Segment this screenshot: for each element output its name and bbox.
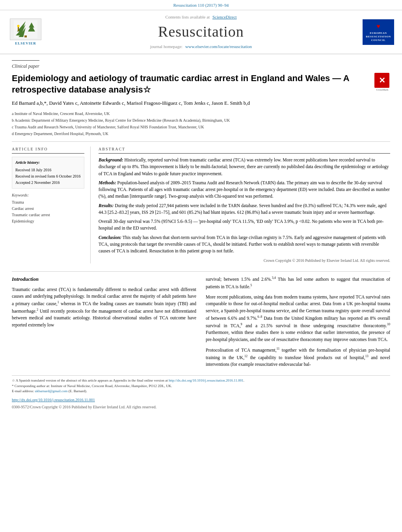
erc-logo-box: ♥ EUROPEANRESUSCITATIONCOUNCIL <box>363 19 394 45</box>
history-title: Article history: <box>15 159 81 166</box>
journal-citation: Resuscitation 110 (2017) 90–94 <box>173 3 229 7</box>
keywords-label: Keywords: <box>12 193 84 198</box>
paper-type: Clinical paper <box>12 60 39 70</box>
email-link[interactable]: ukbarnard@gmail.com <box>35 389 67 393</box>
abstract-results-label: Results: <box>99 203 114 208</box>
abstract-text: Background: Historically, reported survi… <box>99 157 390 263</box>
body-two-col: Introduction Traumatic cardiac arrest (T… <box>12 276 390 371</box>
copyright-bottom: 0300-9572/Crown Copyright © 2016 Publish… <box>12 404 390 410</box>
elsevier-logo: ELSEVIER <box>8 19 43 46</box>
body-right-col: survival; between 1.5% and 2.6%.3,4 This… <box>206 276 390 371</box>
doi-line: http://dx.doi.org/10.1016/j.resuscitatio… <box>12 397 390 403</box>
homepage-link[interactable]: www.elsevier.com/locate/resuscitation <box>185 44 252 49</box>
journal-homepage: journal homepage: www.elsevier.com/locat… <box>43 44 359 50</box>
article-info-header: ARTICLE INFO <box>12 146 84 154</box>
intro-para-2: survival; between 1.5% and 2.6%.3,4 This… <box>206 276 390 290</box>
article-info-col: ARTICLE INFO Article history: Received 1… <box>12 146 91 263</box>
abstract-background-label: Background: <box>99 158 123 162</box>
footnotes: ☆ A Spanish translated version of the ab… <box>12 375 390 410</box>
elsevier-label: ELSEVIER <box>15 41 36 46</box>
authors-line: Ed Barnard a,b,*, David Yates c, Antoine… <box>12 99 390 108</box>
body-left-col: Introduction Traumatic cardiac arrest (T… <box>12 276 196 371</box>
keyword-2: Cardiac arrest <box>12 206 84 211</box>
history-revised: Received in revised form 6 October 2016 <box>15 173 81 180</box>
footnote-doi-link[interactable]: http://dx.doi.org/10.1016/j.resuscitatio… <box>169 378 244 382</box>
intro-para-4: Protocolisation of TCA management,11 tog… <box>206 347 390 368</box>
journal-title: Resuscitation <box>43 21 359 42</box>
introduction-title: Introduction <box>12 276 196 283</box>
title-section: Epidemiology and aetiology of traumatic … <box>12 73 390 95</box>
affil-a: a Institute of Naval Medicine, Crescent … <box>12 111 390 117</box>
keyword-1: Trauma <box>12 200 84 205</box>
doi-link[interactable]: http://dx.doi.org/10.1016/j.resuscitatio… <box>12 398 95 402</box>
abstract-conclusion-text: This study has shown that short-term sur… <box>99 235 386 254</box>
elsevier-logo-image <box>10 19 41 40</box>
abstract-background: Background: Historically, reported survi… <box>99 157 390 177</box>
intro-para-1: Traumatic cardiac arrest (TCA) is fundam… <box>12 286 196 329</box>
abstract-header: ABSTRACT <box>99 146 390 154</box>
affil-d: d Emergency Department, Derriford Hospit… <box>12 131 390 137</box>
abstract-methods-text: Population-based analysis of 2009–2015 T… <box>99 180 390 199</box>
svg-point-8 <box>17 25 20 27</box>
abstract-results: Results: During the study period 227,944… <box>99 202 390 216</box>
body-content: Introduction Traumatic cardiac arrest (T… <box>12 271 390 371</box>
article-title: Epidemiology and aetiology of traumatic … <box>12 73 370 95</box>
divider-1 <box>12 141 390 142</box>
main-content: Clinical paper Epidemiology and aetiolog… <box>0 54 402 415</box>
intro-para-3: More recent publications, using data fro… <box>206 294 390 343</box>
abstract-methods-label: Methods: <box>99 180 116 185</box>
abstract-results-2: Overall 30-day survival was 7.5% (95%CI … <box>99 218 390 232</box>
article-info-abstract: ARTICLE INFO Article history: Received 1… <box>12 146 390 263</box>
erc-logo: ♥ EUROPEANRESUSCITATIONCOUNCIL <box>359 19 394 45</box>
journal-center: Contents lists available at ScienceDirec… <box>43 14 359 50</box>
page-wrapper: Resuscitation 110 (2017) 90–94 <box>0 0 402 416</box>
abstract-copyright: Crown Copyright © 2016 Published by Else… <box>99 258 390 263</box>
abstract-conclusion-label: Conclusion: <box>99 235 121 240</box>
history-received: Received 18 July 2016 <box>15 167 81 173</box>
footnote-star: ☆ A Spanish translated version of the ab… <box>12 378 390 384</box>
crossmark-label: CrossMark <box>374 88 390 92</box>
crossmark-logo[interactable]: ✕ CrossMark <box>374 73 390 92</box>
top-bar: Resuscitation 110 (2017) 90–94 <box>0 0 402 10</box>
abstract-methods: Methods: Population-based analysis of 20… <box>99 180 390 200</box>
svg-rect-4 <box>24 35 27 37</box>
crossmark-icon: ✕ <box>374 73 389 88</box>
abstract-conclusion: Conclusion: This study has shown that sh… <box>99 234 390 255</box>
affil-c: c Trauma Audit and Research Network, Uni… <box>12 124 390 130</box>
abstract-col: ABSTRACT Background: Historically, repor… <box>99 146 390 263</box>
affiliations: a Institute of Naval Medicine, Crescent … <box>12 111 390 137</box>
article-history-box: Article history: Received 18 July 2016 R… <box>12 157 84 189</box>
keyword-4: Epidemiology <box>12 219 84 224</box>
erc-label: EUROPEANRESUSCITATIONCOUNCIL <box>366 32 391 42</box>
sciencedirect-link[interactable]: ScienceDirect <box>212 15 237 19</box>
affil-b: b Academic Department of Military Emerge… <box>12 117 390 123</box>
abstract-results-text: During the study period 227,944 patients… <box>99 203 386 215</box>
journal-header: ELSEVIER Contents lists available at Sci… <box>0 10 402 54</box>
erc-heart-icon: ♥ <box>376 22 380 31</box>
footnote-email: E-mail address: ukbarnard@gmail.com (E. … <box>12 389 390 394</box>
abstract-results-2-text: Overall 30-day survival was 7.5% (95%CI … <box>99 219 383 230</box>
history-accepted: Accepted 2 November 2016 <box>15 180 81 186</box>
abstract-background-text: Historically, reported survival from tra… <box>99 158 389 176</box>
keyword-3: Traumatic cardiac arrest <box>12 212 84 218</box>
footnote-corresponding: * Corresponding author at: Institute of … <box>12 384 390 389</box>
sciencedirect-label: Contents lists available at ScienceDirec… <box>43 14 359 20</box>
